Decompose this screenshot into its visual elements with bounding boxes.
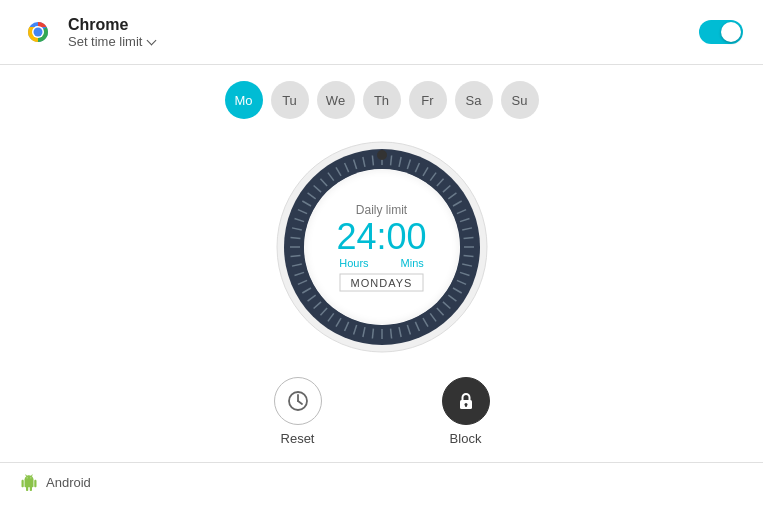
footer: Android <box>0 462 763 501</box>
action-buttons: Reset Block <box>274 377 490 446</box>
footer-label: Android <box>46 475 91 490</box>
app-title: Chrome <box>68 16 155 34</box>
svg-line-8 <box>390 156 391 166</box>
svg-line-23 <box>463 256 473 257</box>
mins-label: Mins <box>401 257 424 269</box>
chevron-down-icon <box>147 35 157 45</box>
clock-outer[interactable]: Daily limit 24:00 Hours Mins MONDAYS <box>272 137 492 357</box>
svg-point-68 <box>377 150 387 160</box>
reset-icon <box>285 388 311 414</box>
block-icon-circle <box>442 377 490 425</box>
svg-line-36 <box>390 329 391 339</box>
day-thursday[interactable]: Th <box>363 81 401 119</box>
svg-point-4 <box>34 28 43 37</box>
svg-line-71 <box>298 401 302 404</box>
reset-icon-circle <box>274 377 322 425</box>
android-icon <box>20 473 38 491</box>
reset-button[interactable]: Reset <box>274 377 322 446</box>
block-label: Block <box>450 431 482 446</box>
day-wednesday[interactable]: We <box>317 81 355 119</box>
hours-label: Hours <box>339 257 368 269</box>
days-row: Mo Tu We Th Fr Sa Su <box>0 65 763 127</box>
lock-icon <box>453 388 479 414</box>
day-friday[interactable]: Fr <box>409 81 447 119</box>
enable-toggle[interactable] <box>699 20 743 44</box>
svg-line-21 <box>463 237 473 238</box>
time-sub-labels: Hours Mins <box>339 257 424 269</box>
toggle-knob <box>721 22 741 42</box>
chrome-icon <box>20 14 56 50</box>
svg-line-51 <box>290 256 300 257</box>
clock-inner: Daily limit 24:00 Hours Mins MONDAYS <box>304 170 459 325</box>
day-name-label: MONDAYS <box>340 274 424 292</box>
block-button[interactable]: Block <box>442 377 490 446</box>
reset-label: Reset <box>281 431 315 446</box>
header-left: Chrome Set time limit <box>20 14 155 50</box>
time-display: 24:00 <box>336 219 426 255</box>
svg-line-66 <box>372 156 373 166</box>
day-saturday[interactable]: Sa <box>455 81 493 119</box>
day-sunday[interactable]: Su <box>501 81 539 119</box>
day-tuesday[interactable]: Tu <box>271 81 309 119</box>
day-monday[interactable]: Mo <box>225 81 263 119</box>
title-group: Chrome Set time limit <box>68 16 155 49</box>
svg-line-38 <box>372 329 373 339</box>
header: Chrome Set time limit <box>0 0 763 65</box>
set-time-limit[interactable]: Set time limit <box>68 34 155 49</box>
daily-limit-label: Daily limit <box>356 203 407 217</box>
clock-area: Daily limit 24:00 Hours Mins MONDAYS Res… <box>0 127 763 446</box>
svg-line-53 <box>290 237 300 238</box>
